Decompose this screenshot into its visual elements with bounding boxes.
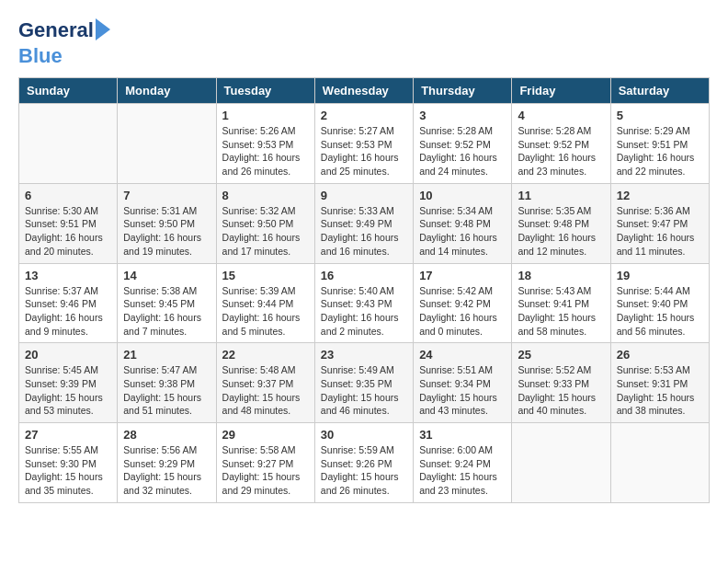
day-number: 21 (123, 348, 210, 362)
day-number: 22 (222, 348, 309, 362)
calendar-cell: 28Sunrise: 5:56 AM Sunset: 9:29 PM Dayli… (118, 423, 216, 503)
day-info: Sunrise: 6:00 AM Sunset: 9:24 PM Dayligh… (419, 443, 506, 498)
calendar-cell: 25Sunrise: 5:52 AM Sunset: 9:33 PM Dayli… (512, 343, 610, 423)
calendar-cell: 6Sunrise: 5:30 AM Sunset: 9:51 PM Daylig… (19, 183, 118, 263)
day-number: 2 (321, 109, 407, 122)
day-info: Sunrise: 5:44 AM Sunset: 9:40 PM Dayligh… (617, 284, 703, 339)
day-info: Sunrise: 5:49 AM Sunset: 9:35 PM Dayligh… (321, 363, 407, 418)
calendar-cell (610, 423, 709, 503)
day-number: 14 (123, 269, 210, 282)
calendar-cell: 18Sunrise: 5:43 AM Sunset: 9:41 PM Dayli… (512, 263, 610, 343)
calendar-table: SundayMondayTuesdayWednesdayThursdayFrid… (18, 77, 710, 503)
calendar-cell: 17Sunrise: 5:42 AM Sunset: 9:42 PM Dayli… (414, 263, 512, 343)
day-info: Sunrise: 5:39 AM Sunset: 9:44 PM Dayligh… (222, 284, 309, 339)
calendar-cell: 7Sunrise: 5:31 AM Sunset: 9:50 PM Daylig… (118, 183, 216, 263)
calendar-cell (512, 423, 610, 503)
day-info: Sunrise: 5:29 AM Sunset: 9:51 PM Dayligh… (617, 124, 703, 178)
calendar-cell: 15Sunrise: 5:39 AM Sunset: 9:44 PM Dayli… (216, 263, 314, 343)
day-header-sunday: Sunday (19, 78, 118, 104)
calendar-cell: 3Sunrise: 5:28 AM Sunset: 9:52 PM Daylig… (414, 104, 512, 184)
day-info: Sunrise: 5:56 AM Sunset: 9:29 PM Dayligh… (123, 443, 210, 498)
day-number: 25 (518, 348, 604, 362)
calendar-cell: 4Sunrise: 5:28 AM Sunset: 9:52 PM Daylig… (512, 104, 610, 184)
day-info: Sunrise: 5:36 AM Sunset: 9:47 PM Dayligh… (617, 204, 703, 259)
day-number: 3 (419, 109, 506, 122)
week-row-2: 6Sunrise: 5:30 AM Sunset: 9:51 PM Daylig… (19, 183, 710, 263)
day-info: Sunrise: 5:32 AM Sunset: 9:50 PM Dayligh… (222, 204, 309, 259)
day-info: Sunrise: 5:37 AM Sunset: 9:46 PM Dayligh… (25, 284, 111, 339)
day-number: 4 (518, 109, 604, 122)
calendar-cell: 22Sunrise: 5:48 AM Sunset: 9:37 PM Dayli… (216, 343, 314, 423)
calendar-cell (19, 104, 118, 184)
day-info: Sunrise: 5:30 AM Sunset: 9:51 PM Dayligh… (25, 204, 111, 259)
day-header-tuesday: Tuesday (216, 78, 314, 104)
week-row-1: 1Sunrise: 5:26 AM Sunset: 9:53 PM Daylig… (19, 104, 710, 184)
day-number: 13 (25, 269, 111, 282)
day-number: 10 (419, 189, 506, 202)
day-info: Sunrise: 5:34 AM Sunset: 9:48 PM Dayligh… (419, 204, 506, 259)
calendar-cell: 23Sunrise: 5:49 AM Sunset: 9:35 PM Dayli… (314, 343, 413, 423)
day-info: Sunrise: 5:26 AM Sunset: 9:53 PM Dayligh… (222, 124, 309, 178)
calendar-cell: 24Sunrise: 5:51 AM Sunset: 9:34 PM Dayli… (414, 343, 512, 423)
day-info: Sunrise: 5:48 AM Sunset: 9:37 PM Dayligh… (222, 363, 309, 418)
day-info: Sunrise: 5:40 AM Sunset: 9:43 PM Dayligh… (321, 284, 407, 339)
week-row-3: 13Sunrise: 5:37 AM Sunset: 9:46 PM Dayli… (19, 263, 710, 343)
day-number: 11 (518, 189, 604, 202)
calendar-cell: 31Sunrise: 6:00 AM Sunset: 9:24 PM Dayli… (414, 423, 512, 503)
day-header-saturday: Saturday (610, 78, 709, 104)
day-header-thursday: Thursday (414, 78, 512, 104)
day-number: 19 (617, 269, 703, 282)
day-info: Sunrise: 5:38 AM Sunset: 9:45 PM Dayligh… (123, 284, 210, 339)
day-number: 17 (419, 269, 506, 282)
calendar-cell: 26Sunrise: 5:53 AM Sunset: 9:31 PM Dayli… (610, 343, 709, 423)
day-number: 15 (222, 269, 309, 282)
logo-general: General (18, 18, 94, 41)
day-info: Sunrise: 5:43 AM Sunset: 9:41 PM Dayligh… (518, 284, 604, 339)
day-number: 16 (321, 269, 407, 282)
day-header-friday: Friday (512, 78, 610, 104)
day-number: 27 (25, 428, 111, 442)
day-number: 30 (321, 428, 407, 442)
day-info: Sunrise: 5:33 AM Sunset: 9:49 PM Dayligh… (321, 204, 407, 259)
header: General Blue (18, 18, 710, 68)
calendar-cell: 19Sunrise: 5:44 AM Sunset: 9:40 PM Dayli… (610, 263, 709, 343)
calendar-cell: 12Sunrise: 5:36 AM Sunset: 9:47 PM Dayli… (610, 183, 709, 263)
calendar-cell (118, 104, 216, 184)
calendar-cell: 13Sunrise: 5:37 AM Sunset: 9:46 PM Dayli… (19, 263, 118, 343)
day-number: 6 (25, 189, 111, 202)
day-number: 31 (419, 428, 506, 442)
day-number: 20 (25, 348, 111, 362)
calendar-cell: 11Sunrise: 5:35 AM Sunset: 9:48 PM Dayli… (512, 183, 610, 263)
day-info: Sunrise: 5:58 AM Sunset: 9:27 PM Dayligh… (222, 443, 309, 498)
day-info: Sunrise: 5:28 AM Sunset: 9:52 PM Dayligh… (518, 124, 604, 178)
calendar-cell: 2Sunrise: 5:27 AM Sunset: 9:53 PM Daylig… (314, 104, 413, 184)
calendar-cell: 14Sunrise: 5:38 AM Sunset: 9:45 PM Dayli… (118, 263, 216, 343)
calendar-header-row: SundayMondayTuesdayWednesdayThursdayFrid… (19, 78, 710, 104)
day-number: 7 (123, 189, 210, 202)
day-info: Sunrise: 5:55 AM Sunset: 9:30 PM Dayligh… (25, 443, 111, 498)
day-number: 18 (518, 269, 604, 282)
day-info: Sunrise: 5:42 AM Sunset: 9:42 PM Dayligh… (419, 284, 506, 339)
calendar-cell: 30Sunrise: 5:59 AM Sunset: 9:26 PM Dayli… (314, 423, 413, 503)
day-number: 24 (419, 348, 506, 362)
calendar-cell: 29Sunrise: 5:58 AM Sunset: 9:27 PM Dayli… (216, 423, 314, 503)
day-number: 23 (321, 348, 407, 362)
day-info: Sunrise: 5:52 AM Sunset: 9:33 PM Dayligh… (518, 363, 604, 418)
calendar-cell: 20Sunrise: 5:45 AM Sunset: 9:39 PM Dayli… (19, 343, 118, 423)
calendar-cell: 16Sunrise: 5:40 AM Sunset: 9:43 PM Dayli… (314, 263, 413, 343)
day-info: Sunrise: 5:27 AM Sunset: 9:53 PM Dayligh… (321, 124, 407, 178)
calendar-cell: 5Sunrise: 5:29 AM Sunset: 9:51 PM Daylig… (610, 104, 709, 184)
calendar-cell: 8Sunrise: 5:32 AM Sunset: 9:50 PM Daylig… (216, 183, 314, 263)
day-header-wednesday: Wednesday (314, 78, 413, 104)
day-number: 5 (617, 109, 703, 122)
week-row-4: 20Sunrise: 5:45 AM Sunset: 9:39 PM Dayli… (19, 343, 710, 423)
calendar-cell: 10Sunrise: 5:34 AM Sunset: 9:48 PM Dayli… (414, 183, 512, 263)
calendar-cell: 21Sunrise: 5:47 AM Sunset: 9:38 PM Dayli… (118, 343, 216, 423)
day-info: Sunrise: 5:47 AM Sunset: 9:38 PM Dayligh… (123, 363, 210, 418)
calendar-container: General Blue SundayMondayTuesdayWednesda… (0, 0, 728, 512)
day-info: Sunrise: 5:51 AM Sunset: 9:34 PM Dayligh… (419, 363, 506, 418)
day-number: 28 (123, 428, 210, 442)
day-info: Sunrise: 5:59 AM Sunset: 9:26 PM Dayligh… (321, 443, 407, 498)
day-header-monday: Monday (118, 78, 216, 104)
day-info: Sunrise: 5:45 AM Sunset: 9:39 PM Dayligh… (25, 363, 111, 418)
